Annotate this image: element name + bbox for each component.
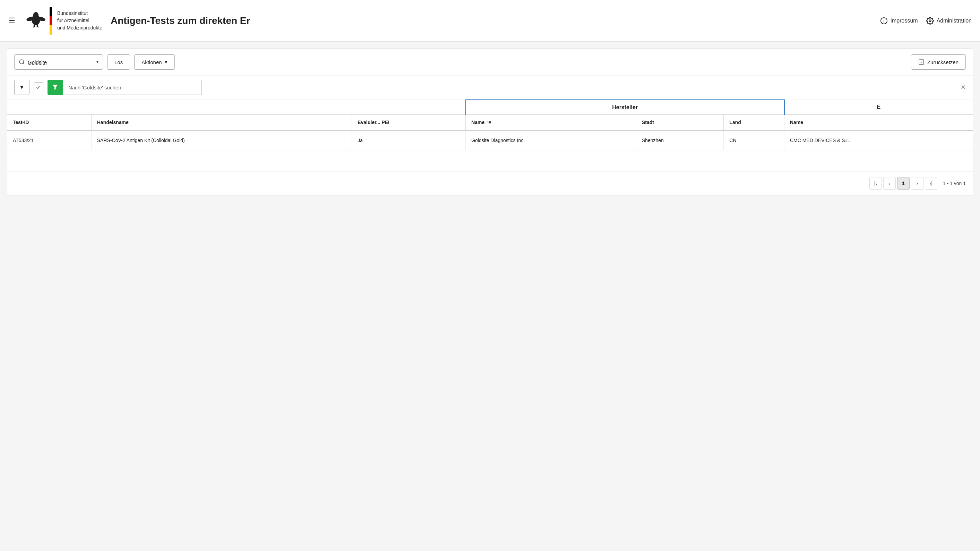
group-header-row: Hersteller E (7, 100, 973, 115)
flag-bar (49, 7, 52, 35)
group-header-spacer (7, 100, 466, 115)
svg-line-14 (23, 63, 24, 64)
aktionen-button[interactable]: Aktionen ▾ (134, 54, 175, 70)
cell-evaluier-pei: Ja (352, 130, 466, 151)
app-header: ☰ Bundesinstitut für Arzneimittel und Me… (0, 0, 980, 41)
col-header-name[interactable]: Name ↑≡ (466, 115, 636, 131)
cell-stadt: Shenzhen (636, 130, 723, 151)
administration-link[interactable]: Administration (926, 17, 972, 25)
svg-point-12 (929, 20, 931, 22)
table-row: AT533/21 SARS-CoV-2 Antigen Kit (Colloid… (7, 130, 973, 151)
gear-icon (926, 17, 934, 25)
zuruecksetzen-button[interactable]: Zurücksetzen (911, 54, 966, 70)
institute-name: Bundesinstitut für Arzneimittel und Medi… (57, 10, 102, 32)
logo-area: Bundesinstitut für Arzneimittel und Medi… (26, 7, 102, 35)
pagination: |‹ ‹ 1 › ›| 1 - 1 von 1 (7, 171, 973, 195)
search-box: ▾ (14, 54, 103, 70)
filter-icon (51, 84, 59, 91)
cell-extra-name: CMC MED DEVICES & S.L. (784, 130, 973, 151)
col-header-handelsname[interactable]: Handelsname (91, 115, 352, 131)
cell-test-id: AT533/21 (7, 130, 91, 151)
page-info: 1 - 1 von 1 (943, 181, 966, 186)
current-page-button[interactable]: 1 (897, 177, 910, 189)
svg-point-13 (19, 60, 24, 64)
search-chevron-icon[interactable]: ▾ (96, 60, 99, 65)
info-icon (880, 17, 888, 25)
los-button[interactable]: Los (107, 54, 130, 70)
next-page-button[interactable]: › (911, 177, 923, 189)
empty-row (7, 151, 973, 171)
first-page-button[interactable]: |‹ (869, 177, 882, 189)
main-panel: ▾ Los Aktionen ▾ Zurücksetzen ▼ (7, 49, 973, 195)
filter-clear-button[interactable]: ✕ (961, 84, 966, 91)
col-header-stadt[interactable]: Stadt (636, 115, 723, 131)
column-header-row: Test-ID Handelsname Evaluier... PEI Name… (7, 115, 973, 131)
filter-toggle-button[interactable]: ▼ (14, 80, 29, 95)
prev-page-button[interactable]: ‹ (883, 177, 896, 189)
search-icon (19, 59, 25, 65)
impressum-link[interactable]: Impressum (880, 17, 918, 25)
table-wrapper: Hersteller E Test-ID Handelsname Evaluie… (7, 100, 973, 171)
filter-chip: Nach 'Goldsite' suchen (48, 80, 952, 95)
header-actions: Impressum Administration (880, 17, 972, 25)
hamburger-menu[interactable]: ☰ (8, 16, 15, 25)
hersteller-group-header: Hersteller (466, 100, 784, 115)
data-table: Hersteller E Test-ID Handelsname Evaluie… (7, 100, 973, 171)
page-title: Antigen-Tests zum direkten Er (111, 15, 872, 26)
col-header-extra-name[interactable]: Name (784, 115, 973, 131)
cell-handelsname: SARS-CoV-2 Antigen Kit (Colloidal Gold) (91, 130, 352, 151)
chevron-down-icon: ▾ (165, 59, 167, 65)
search-input[interactable] (28, 59, 94, 65)
cell-land: CN (724, 130, 784, 151)
toolbar: ▾ Los Aktionen ▾ Zurücksetzen (7, 49, 973, 76)
filter-text: Nach 'Goldsite' suchen (63, 80, 202, 95)
cell-name: Goldsite Diagnostics Inc. (466, 130, 636, 151)
filter-row: ▼ Nach 'Goldsite' suchen ✕ (7, 76, 973, 100)
eagle-icon (26, 9, 45, 33)
col-header-land[interactable]: Land (724, 115, 784, 131)
check-icon (36, 84, 41, 90)
extra-col-spacer: E (784, 100, 973, 115)
col-header-evaluier-pei[interactable]: Evaluier... PEI (352, 115, 466, 131)
filter-icon-box (48, 80, 63, 95)
filter-checkbox[interactable] (33, 83, 43, 92)
table-body: AT533/21 SARS-CoV-2 Antigen Kit (Colloid… (7, 130, 973, 171)
col-header-test-id[interactable]: Test-ID (7, 115, 91, 131)
last-page-button[interactable]: ›| (925, 177, 937, 189)
reset-icon (918, 59, 924, 65)
